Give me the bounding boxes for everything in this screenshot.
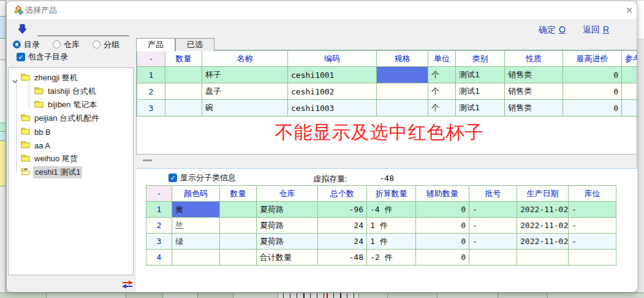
cell[interactable]: 销售类 — [505, 100, 563, 117]
cell[interactable] — [569, 250, 616, 266]
cell[interactable] — [622, 83, 637, 100]
cell[interactable]: 1 件 — [367, 234, 416, 250]
radio-option-0[interactable]: 目录 — [13, 39, 40, 50]
cell[interactable]: ceshi1001 — [288, 67, 377, 83]
cell[interactable]: 0 — [416, 218, 469, 234]
column-header[interactable]: 批号 — [469, 186, 517, 202]
tree-item-taishiji[interactable]: taishiji 台式机 — [34, 85, 98, 97]
column-header[interactable]: 类别 — [456, 51, 505, 67]
column-header[interactable]: 总个数 — [318, 186, 367, 202]
cell[interactable]: - — [469, 234, 517, 250]
cell[interactable]: 杯子 — [202, 67, 288, 83]
column-header[interactable]: 数量 — [165, 51, 202, 67]
cell[interactable]: 0 — [563, 83, 622, 100]
cell[interactable] — [172, 250, 220, 266]
search-input[interactable] — [37, 26, 129, 36]
cell[interactable]: 个 — [428, 83, 456, 100]
cell[interactable]: -2 件 — [367, 250, 416, 266]
cell[interactable]: 2 — [137, 83, 165, 100]
cell[interactable] — [517, 250, 569, 266]
tree-item-aa[interactable]: aa A — [21, 139, 52, 151]
cell[interactable]: 夏荷路 — [257, 218, 318, 234]
column-header[interactable]: 规格 — [377, 51, 428, 67]
tree-item-ceshi1[interactable]: ceshi1 测试1 — [21, 166, 82, 178]
cell[interactable]: -96 — [318, 202, 367, 218]
cell[interactable]: 4 — [146, 250, 172, 266]
cell[interactable]: 1 — [137, 67, 165, 83]
cell[interactable] — [622, 67, 637, 83]
cell[interactable] — [165, 83, 202, 100]
column-header[interactable]: 库位 — [569, 186, 616, 202]
radio-option-1[interactable]: 仓库 — [53, 39, 80, 50]
arrow-down-icon[interactable] — [18, 24, 28, 34]
cell[interactable]: 盘子 — [202, 83, 288, 100]
column-header[interactable]: 仓库 — [257, 186, 318, 202]
cell[interactable]: 夏荷路 — [257, 202, 318, 218]
cell[interactable]: 2022-11-02 — [517, 202, 569, 218]
show-subclass-checkbox[interactable]: ✓ 显示分子类信息 — [169, 172, 236, 183]
column-header[interactable]: 辅助数量 — [416, 186, 469, 202]
cell[interactable]: 测试1 — [456, 83, 505, 100]
cell[interactable]: - — [569, 218, 616, 234]
tab-1[interactable]: 已选 — [175, 38, 214, 51]
cell[interactable]: 1 件 — [367, 218, 416, 234]
cell[interactable]: 兰 — [172, 218, 220, 234]
tab-0[interactable]: 产品 — [136, 38, 175, 52]
include-subdir-checkbox[interactable]: ✓ 包含子目录 — [17, 52, 68, 63]
cell[interactable]: 个 — [428, 67, 456, 83]
cell[interactable]: 0 — [563, 67, 622, 83]
cell[interactable]: 黄 — [172, 202, 220, 218]
cell[interactable] — [220, 202, 257, 218]
cell[interactable]: 2022-11-02 — [517, 218, 569, 234]
cell[interactable]: 销售类 — [505, 83, 563, 100]
tree-item-zhengji[interactable]: zhengji 整机 — [21, 72, 80, 84]
cell[interactable]: -4 件 — [367, 202, 416, 218]
cell[interactable]: ceshi1003 — [288, 100, 377, 117]
column-header[interactable]: 数量 — [220, 186, 257, 202]
cell[interactable]: 碗 — [202, 100, 288, 117]
cell[interactable]: 24 — [318, 218, 367, 234]
cell[interactable]: 个 — [428, 100, 456, 117]
cell[interactable] — [377, 83, 428, 100]
back-button[interactable]: 返回R — [583, 25, 609, 36]
splitter-handle[interactable] — [143, 159, 152, 161]
close-icon[interactable]: ✕ — [623, 4, 635, 17]
cell[interactable] — [165, 100, 202, 117]
column-header[interactable]: 性质 — [505, 51, 563, 67]
cell[interactable]: - — [469, 202, 517, 218]
column-header[interactable]: 颜色码 — [172, 186, 220, 202]
cell[interactable]: 测试1 — [456, 100, 505, 117]
cell[interactable] — [165, 67, 202, 83]
column-header[interactable]: 参考 — [622, 51, 637, 67]
cell[interactable]: 0 — [416, 202, 469, 218]
cell[interactable]: 0 — [563, 100, 622, 117]
cell[interactable]: -48 — [318, 250, 367, 266]
cell[interactable]: 测试1 — [456, 67, 505, 83]
chevron-down-icon[interactable] — [12, 76, 18, 85]
column-header[interactable]: 单位 — [428, 51, 456, 67]
cell[interactable]: - — [469, 218, 517, 234]
tree-item-weihuo[interactable]: weihuo 尾货 — [21, 153, 80, 165]
cell[interactable]: ceshi1002 — [288, 83, 377, 100]
cell[interactable] — [220, 218, 257, 234]
tree-item-bb[interactable]: bb B — [21, 126, 53, 138]
swap-icon[interactable] — [121, 280, 134, 289]
cell[interactable]: 3 — [146, 234, 172, 250]
column-header[interactable]: 编码 — [288, 51, 377, 67]
column-header[interactable]: 最高进价 — [563, 51, 622, 67]
cell[interactable]: - — [569, 234, 616, 250]
column-header[interactable]: - — [146, 186, 172, 202]
column-header[interactable]: 折算数量 — [367, 186, 416, 202]
cell[interactable]: 1 — [146, 202, 172, 218]
cell[interactable]: 夏荷路 — [257, 234, 318, 250]
tree-item-peijian[interactable]: peijian 台式机配件 — [21, 112, 101, 124]
column-header[interactable]: - — [137, 51, 165, 67]
tree-item-bijiben[interactable]: bijiben 笔记本 — [34, 99, 99, 111]
cell[interactable]: 0 — [416, 250, 469, 266]
cell[interactable]: - — [569, 202, 616, 218]
column-header[interactable]: 名称 — [202, 51, 288, 67]
cell[interactable]: 销售类 — [505, 67, 563, 83]
cell[interactable]: 0 — [416, 234, 469, 250]
cell[interactable]: 2 — [146, 218, 172, 234]
cell[interactable] — [220, 250, 257, 266]
